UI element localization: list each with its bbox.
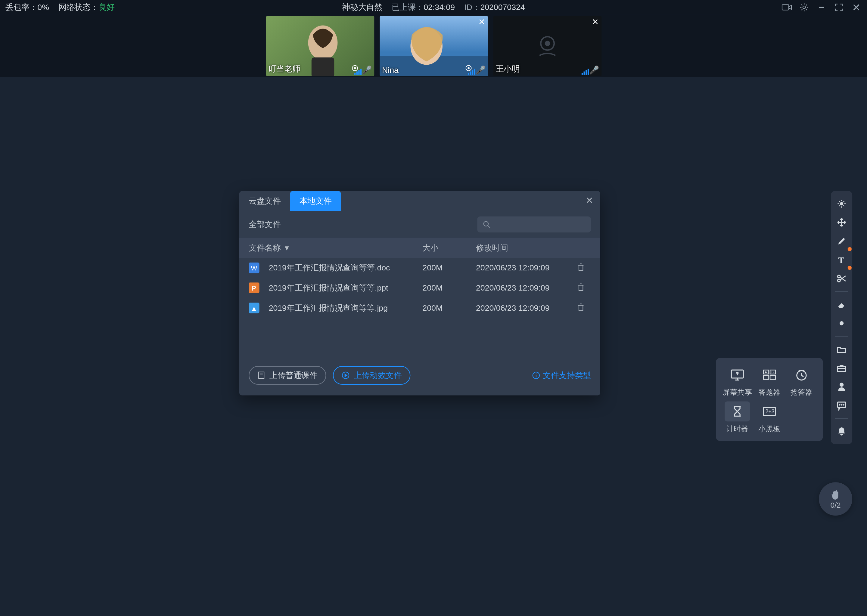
toolbox-popover: 屏幕共享 AB答题器 抢答器 计时器 2+3小黑板	[716, 358, 823, 441]
file-time: 2020/06/23 12:09:09	[476, 283, 571, 292]
id-value: 2020070324	[480, 2, 525, 12]
tab-local-files[interactable]: 本地文件	[290, 191, 341, 211]
video-tile-student[interactable]: ✕ 王小明 🎤	[493, 16, 602, 76]
table-header: 文件名称▾ 大小 修改时间	[239, 237, 600, 258]
mic-icon: 🎤	[354, 66, 372, 75]
video-tile-teacher[interactable]: 叮当老师 🎤	[266, 16, 374, 76]
move-icon[interactable]	[833, 214, 850, 231]
col-size[interactable]: 大小	[422, 242, 476, 253]
svg-rect-44	[763, 376, 769, 379]
delete-icon[interactable]	[571, 283, 591, 293]
svg-point-12	[545, 41, 550, 46]
svg-point-32	[837, 275, 840, 278]
file-time: 2020/06/23 12:09:09	[476, 303, 571, 313]
video-close-icon[interactable]: ✕	[592, 17, 599, 27]
search-input[interactable]	[477, 216, 591, 232]
toolbox-icon[interactable]	[833, 360, 850, 377]
packet-loss-label: 丢包率：	[5, 2, 38, 12]
minimize-icon[interactable]	[816, 2, 827, 13]
top-status-bar: 丢包率：0% 网络状态：良好 神秘大自然 已上课：02:34:09 ID：202…	[0, 0, 867, 15]
hand-raise-button[interactable]: 0/2	[819, 482, 852, 515]
supported-types-link[interactable]: 文件支持类型	[532, 370, 591, 381]
svg-point-33	[837, 279, 840, 282]
doc-icon: W	[249, 262, 260, 273]
svg-text:2+3: 2+3	[765, 409, 774, 415]
chat-icon[interactable]	[833, 397, 850, 414]
file-size: 200M	[422, 263, 476, 272]
person-icon[interactable]	[833, 378, 850, 396]
file-size: 200M	[422, 303, 476, 313]
packet-loss-value: 0%	[37, 2, 49, 12]
upload-normal-button[interactable]: 上传普通课件	[249, 366, 326, 385]
svg-point-38	[839, 405, 840, 405]
close-icon[interactable]	[851, 2, 862, 13]
svg-point-40	[843, 405, 844, 405]
svg-rect-0	[782, 5, 789, 10]
tab-cloud-files[interactable]: 云盘文件	[239, 191, 290, 211]
file-row[interactable]: ▲2019年工作汇报情况查询等等.jpg 200M 2020/06/23 12:…	[239, 298, 600, 318]
duration-value: 02:34:09	[424, 2, 455, 12]
col-name[interactable]: 文件名称	[249, 242, 281, 253]
network-label: 网络状态：	[58, 2, 98, 12]
svg-point-36	[840, 383, 843, 387]
network-value: 良好	[98, 2, 114, 12]
file-modal: 云盘文件 本地文件 ✕ 全部文件 文件名称▾ 大小 修改时间 W2019年工作汇…	[239, 191, 600, 395]
image-icon: ▲	[249, 303, 260, 313]
svg-point-30	[840, 203, 843, 205]
hand-icon	[830, 489, 842, 501]
video-close-icon[interactable]: ✕	[478, 17, 485, 27]
settings-icon[interactable]	[799, 2, 810, 13]
svg-rect-15	[579, 265, 583, 270]
laser-pointer-icon[interactable]	[833, 195, 850, 212]
eraser-icon[interactable]	[833, 296, 850, 313]
buzzer-button[interactable]: 抢答器	[787, 365, 817, 398]
file-name: 2019年工作汇报情况查询等等.doc	[269, 262, 390, 274]
timer-button[interactable]: 计时器	[722, 402, 752, 434]
delete-icon[interactable]	[571, 263, 591, 273]
file-row[interactable]: P2019年工作汇报情况查询等等.ppt 200M 2020/06/23 12:…	[239, 278, 600, 298]
ppt-icon: P	[249, 283, 260, 293]
text-icon[interactable]: T	[833, 251, 850, 269]
scissors-icon[interactable]	[833, 270, 850, 287]
fullscreen-icon[interactable]	[834, 2, 845, 13]
file-row[interactable]: W2019年工作汇报情况查询等等.doc 200M 2020/06/23 12:…	[239, 258, 600, 278]
modal-close-icon[interactable]: ✕	[585, 195, 594, 206]
mic-icon: 🎤	[468, 66, 486, 75]
video-strip: 叮当老师 🎤 ✕ Nina 🎤 ✕ 王小明 🎤	[0, 15, 867, 77]
svg-rect-24	[259, 372, 264, 379]
svg-rect-18	[579, 285, 583, 290]
screen-share-button[interactable]: 屏幕共享	[722, 365, 752, 398]
file-name: 2019年工作汇报情况查询等等.ppt	[269, 282, 388, 294]
bell-icon[interactable]	[833, 423, 850, 440]
svg-rect-21	[579, 305, 583, 310]
file-time: 2020/06/23 12:09:09	[476, 263, 571, 272]
svg-point-1	[803, 6, 806, 9]
blackboard-button[interactable]: 2+3小黑板	[755, 402, 784, 434]
sort-icon[interactable]: ▾	[285, 243, 289, 252]
dot-icon[interactable]	[833, 314, 850, 332]
video-name: 王小明	[496, 63, 520, 75]
upload-anim-button[interactable]: 上传动效文件	[333, 366, 411, 385]
breadcrumb-all-files[interactable]: 全部文件	[249, 218, 281, 230]
record-icon[interactable]	[782, 2, 792, 13]
id-label: ID：	[464, 2, 480, 12]
video-name: 叮当老师	[268, 63, 301, 75]
video-tile-student[interactable]: ✕ Nina 🎤	[379, 16, 488, 76]
video-name: Nina	[382, 66, 399, 75]
svg-rect-45	[770, 376, 776, 379]
duration-label: 已上课：	[392, 2, 424, 12]
pen-icon[interactable]	[833, 233, 850, 250]
mic-muted-icon: 🎤	[581, 66, 599, 75]
class-title: 神秘大自然	[342, 2, 382, 13]
quiz-button[interactable]: AB答题器	[755, 365, 784, 398]
folder-icon[interactable]	[833, 341, 850, 358]
svg-point-34	[840, 321, 843, 325]
svg-text:T: T	[839, 255, 844, 265]
svg-line-14	[488, 226, 490, 228]
hand-count: 0/2	[831, 501, 841, 509]
svg-text:B: B	[771, 370, 773, 374]
col-time[interactable]: 修改时间	[476, 242, 571, 253]
file-size: 200M	[422, 283, 476, 292]
delete-icon[interactable]	[571, 303, 591, 313]
svg-point-13	[484, 222, 489, 226]
